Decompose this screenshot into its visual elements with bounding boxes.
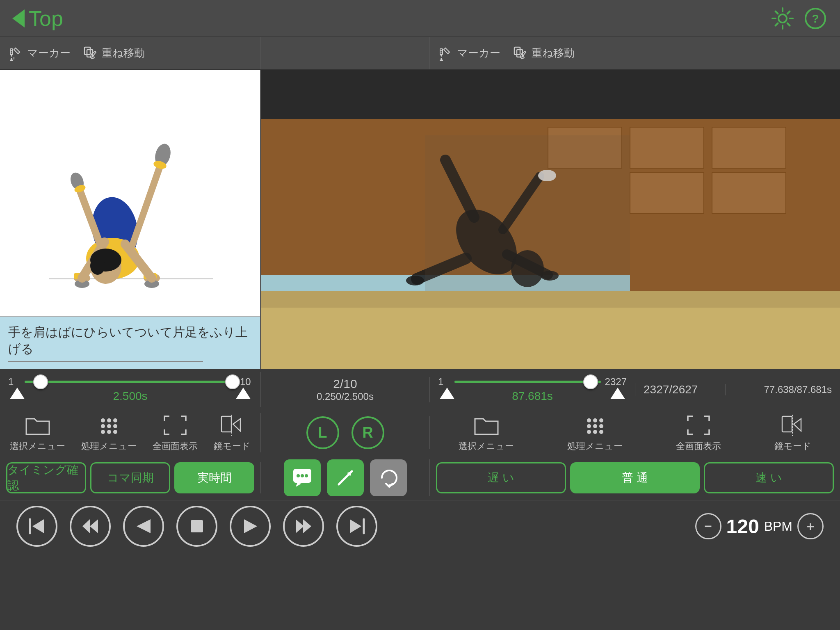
left-move-tool[interactable]: 重ね移動 [83,46,145,61]
svg-point-69 [107,430,111,434]
frame-sync-label: コマ同期 [107,470,154,486]
right-marker-tool[interactable]: マーカー [438,46,500,61]
svg-text:?: ? [812,12,819,25]
comment-icon [292,467,313,488]
dots-icon-right [581,413,609,438]
fullscreen-icon-right [684,413,713,438]
speed-normal-button[interactable]: 普 通 [570,462,700,493]
frame-count: 2327/2627 [644,383,698,396]
left-btn-section: 選択メニュー 処理メニュー [0,413,261,452]
stop-icon [187,516,207,536]
frame-sync-button[interactable]: コマ同期 [90,462,170,493]
svg-line-7 [788,11,790,14]
R-button[interactable]: R [352,416,384,449]
speed-fast-label: 速 い [756,470,782,486]
realtime-button[interactable]: 実時間 [174,462,254,493]
svg-point-75 [599,418,603,422]
bpm-minus-button[interactable]: − [695,513,721,539]
svg-rect-44 [630,127,704,168]
bpm-unit: BPM [764,519,792,534]
timing-button[interactable]: タイミング確認 [6,462,86,493]
right-mirror-button[interactable]: 鏡モード [774,413,811,452]
L-button[interactable]: L [306,416,339,449]
svg-point-65 [101,424,105,428]
bpm-plus-button[interactable]: + [797,513,824,539]
back-button[interactable]: Top [12,6,63,31]
right-slider-track[interactable] [454,381,601,383]
right-btn-section: 選択メニュー 処理メニュー [430,413,840,452]
right-slider-thumb[interactable] [583,374,598,389]
loop-button[interactable] [370,459,407,496]
svg-marker-94 [137,519,151,533]
middle-btn-section: L R [261,416,430,449]
left-slider-end: 10 [240,376,252,388]
svg-point-0 [778,14,787,23]
svg-point-79 [587,430,591,434]
stop-button[interactable] [176,506,217,547]
play-button[interactable] [230,506,271,547]
left-fullscreen-button[interactable]: 全画面表示 [153,413,198,452]
slider-row: 1 10 2.500s 2/10 0.250/2.500s 1 [0,369,840,410]
right-select-label: 選択メニュー [459,440,514,452]
svg-rect-61 [425,135,630,291]
top-icons: ? [770,6,828,31]
left-process-menu-button[interactable]: 処理メニュー [81,413,137,452]
left-slider-track[interactable] [25,381,236,383]
step-back-button[interactable] [123,506,164,547]
bpm-minus-icon: − [704,519,712,534]
step-back-icon [133,516,154,536]
chevron-left-icon [12,9,25,27]
page-count: 2/10 [333,377,357,391]
speed-fast-button[interactable]: 速 い [704,462,834,493]
right-move-tool[interactable]: 重ね移動 [513,46,575,61]
speed-slow-button[interactable]: 遅 い [436,462,566,493]
left-triangle-left[interactable] [10,388,25,399]
move-right-icon [513,46,528,61]
caption-bar: 手を肩はばにひらいてついて片足をふり上げる [0,316,260,369]
svg-line-5 [776,11,778,14]
help-button[interactable]: ? [803,6,828,31]
svg-rect-45 [630,172,704,213]
svg-point-87 [305,474,308,477]
mode-row: タイミング確認 コマ同期 実時間 [0,455,840,500]
svg-rect-82 [782,416,792,432]
left-select-menu-button[interactable]: 選択メニュー [10,413,65,452]
draw-button[interactable] [327,459,364,496]
speed-slow-label: 遅 い [488,470,514,486]
L-label: L [318,424,327,441]
settings-button[interactable] [770,6,795,31]
svg-marker-96 [244,519,257,533]
svg-point-78 [599,424,603,428]
right-select-menu-button[interactable]: 選択メニュー [459,413,514,452]
svg-point-41 [90,257,105,275]
svg-line-6 [788,23,790,25]
left-slider-section: 1 10 2.500s [0,372,261,407]
step-back-fast-icon [80,516,100,536]
left-triangle-right[interactable] [236,388,251,399]
svg-rect-95 [191,520,203,532]
right-triangle-left[interactable] [440,388,454,399]
left-mirror-button[interactable]: 鏡モード [214,413,251,452]
svg-marker-99 [350,519,361,533]
skip-end-button[interactable] [336,506,377,547]
move-icon [83,46,98,61]
comment-button[interactable] [284,459,321,496]
right-triangle-right[interactable] [610,388,625,399]
step-back-fast-button[interactable] [70,506,111,547]
left-marker-tool[interactable]: マーカー [8,46,71,61]
right-process-label: 処理メニュー [567,440,623,452]
right-process-menu-button[interactable]: 処理メニュー [567,413,623,452]
right-time-detail: 77.638/87.681s [764,384,832,395]
left-slider-thumb[interactable] [33,374,48,389]
skip-start-button[interactable] [16,506,57,547]
left-slider-thumb-right[interactable] [225,374,240,389]
right-fullscreen-button[interactable]: 全画面表示 [676,413,721,452]
controls-area: 1 10 2.500s 2/10 0.250/2.500s 1 [0,369,840,552]
svg-point-76 [587,424,591,428]
skip-start-icon [27,516,47,536]
svg-rect-47 [712,172,786,213]
svg-point-68 [101,430,105,434]
svg-rect-51 [261,291,840,308]
step-fwd-button[interactable] [283,506,324,547]
left-video-panel: 手を肩はばにひらいてついて片足をふり上げる [0,70,261,369]
